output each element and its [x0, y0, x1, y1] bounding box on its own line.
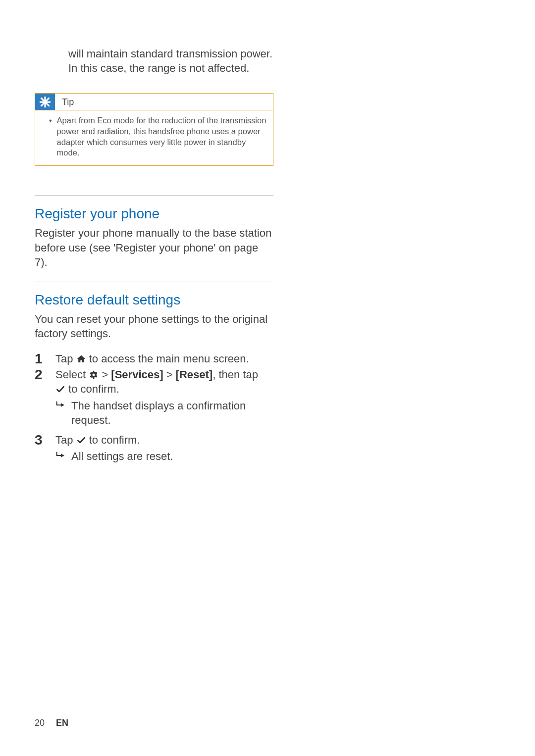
step-result-text: The handset displays a confirmation requ…	[71, 399, 273, 428]
step-2: 2 Select > [Services] > [Reset], then ta…	[35, 367, 273, 397]
step-number: 3	[35, 433, 47, 447]
page-footer: 20 EN	[35, 718, 68, 728]
carryover-paragraph: will maintain standard transmission powe…	[68, 47, 273, 75]
tip-text: Apart from Eco mode for the reduction of…	[57, 115, 267, 158]
step-body: Tap to access the main menu screen.	[55, 352, 273, 366]
restore-intro: You can reset your phone settings to the…	[35, 312, 273, 341]
step-3-result: All settings are reset.	[54, 449, 273, 464]
step-body: Select > [Services] > [Reset], then tap …	[55, 367, 273, 397]
result-arrow-icon	[54, 450, 65, 464]
step-result-text: All settings are reset.	[71, 449, 173, 464]
tip-box: Tip • Apart from Eco mode for the reduct…	[35, 93, 273, 166]
heading-restore: Restore default settings	[35, 292, 273, 308]
home-icon	[76, 353, 86, 363]
tip-label: Tip	[55, 94, 81, 110]
step-text: to confirm.	[86, 434, 140, 446]
page-language: EN	[56, 718, 68, 728]
check-icon	[76, 434, 86, 444]
step-number: 2	[35, 367, 47, 382]
step-text: Tap	[55, 353, 76, 365]
settings-icon	[89, 369, 99, 379]
step-text: to confirm.	[65, 383, 119, 395]
bullet-icon: •	[49, 116, 52, 158]
check-icon	[55, 383, 65, 393]
step-text: >	[163, 368, 176, 381]
step-text: Tap	[55, 434, 76, 446]
step-label: [Reset]	[176, 368, 213, 381]
result-arrow-icon	[54, 400, 65, 428]
step-text: >	[99, 368, 111, 381]
heading-register: Register your phone	[35, 206, 273, 222]
step-2-result: The handset displays a confirmation requ…	[54, 399, 273, 428]
step-text: to access the main menu screen.	[86, 353, 249, 365]
step-text: Select	[55, 368, 89, 381]
step-text: , then tap	[213, 368, 258, 381]
page-number: 20	[35, 718, 45, 728]
tip-header: Tip	[35, 94, 273, 110]
divider	[35, 282, 273, 282]
divider	[35, 196, 273, 196]
step-1: 1 Tap to access the main menu screen.	[35, 352, 273, 366]
asterisk-icon	[35, 94, 55, 110]
step-number: 1	[35, 352, 47, 366]
step-3: 3 Tap to confirm.	[35, 433, 273, 447]
register-body: Register your phone manually to the base…	[35, 226, 273, 269]
tip-body: • Apart from Eco mode for the reduction …	[35, 110, 273, 165]
step-label: [Services]	[111, 368, 163, 381]
step-body: Tap to confirm.	[55, 433, 273, 447]
